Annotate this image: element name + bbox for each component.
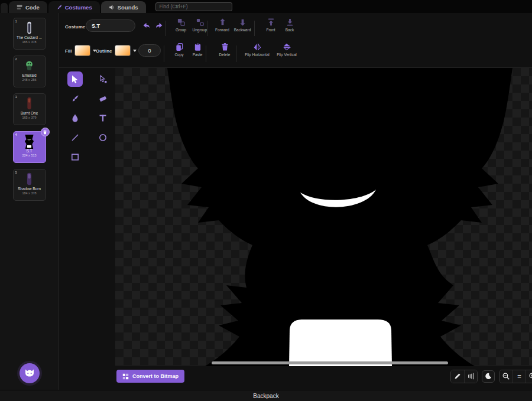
- line-icon: [70, 133, 80, 142]
- costume-list: 1 The Custard ... 165 x 378 2 Emerald 24…: [0, 13, 59, 201]
- costume-name: S.T: [26, 149, 32, 154]
- outline-label: Outline: [96, 48, 112, 54]
- convert-to-bitmap-button[interactable]: Convert to Bitmap: [116, 370, 184, 383]
- costume-list-panel: 1 The Custard ... 165 x 378 2 Emerald 24…: [0, 13, 59, 390]
- undo-button[interactable]: [140, 19, 153, 32]
- costume-item-1[interactable]: 1 The Custard ... 165 x 378: [13, 18, 46, 50]
- costume-item-2[interactable]: 2 Emerald 248 x 256: [13, 56, 46, 87]
- tab-costumes-label: Costumes: [65, 4, 92, 11]
- costume-artwork: [115, 68, 532, 366]
- costume-size: 224 x 515: [22, 154, 36, 158]
- costume-size: 248 x 256: [22, 78, 36, 82]
- ungroup-icon: [196, 18, 205, 27]
- delete-label: Delete: [219, 53, 231, 57]
- delete-costume-badge[interactable]: [41, 128, 50, 136]
- paint-editor-app: Code Costumes Sounds 1: [0, 0, 532, 401]
- flip-vertical-button[interactable]: Flip Vertical: [270, 43, 304, 57]
- costume-thumbnail: [22, 21, 37, 35]
- tool-select[interactable]: [67, 71, 83, 87]
- find-input[interactable]: [155, 2, 232, 11]
- outline-caret-icon[interactable]: [133, 50, 137, 52]
- tab-code-label: Code: [25, 4, 40, 11]
- copy-icon: [175, 43, 184, 51]
- layer-forward-icon: [218, 18, 227, 27]
- line-width-button[interactable]: [464, 370, 477, 383]
- eraser-icon: [98, 94, 108, 103]
- flip-horizontal-icon: [253, 43, 262, 51]
- convert-to-bitmap-label: Convert to Bitmap: [132, 373, 179, 379]
- costume-number: 3: [15, 95, 17, 99]
- forward-label: Forward: [215, 28, 229, 32]
- costume-name-label: Costume: [65, 24, 85, 30]
- tool-eraser[interactable]: [95, 91, 111, 106]
- undo-icon: [142, 21, 151, 30]
- tool-brush[interactable]: [67, 91, 83, 106]
- costume-name: Emerald: [22, 73, 36, 78]
- backpack-bar[interactable]: Backpack: [0, 390, 532, 401]
- paint-mode-group: [450, 370, 478, 383]
- backpack-label: Backpack: [253, 393, 278, 399]
- costume-thumbnail: [22, 58, 37, 73]
- paste-button[interactable]: Paste: [184, 43, 210, 57]
- bottom-white-shape: [289, 320, 392, 366]
- add-costume-button[interactable]: [20, 363, 40, 383]
- tool-fill[interactable]: [67, 110, 83, 126]
- costume-thumbnail: [22, 134, 37, 149]
- costume-name-input[interactable]: [86, 19, 135, 32]
- paste-icon: [193, 43, 202, 51]
- costume-size: 165 x 378: [22, 40, 36, 44]
- trash-icon: [220, 43, 229, 51]
- costume-number: 1: [15, 19, 17, 23]
- flip-vertical-label: Flip Vertical: [277, 53, 297, 57]
- costume-item-4-selected[interactable]: 4 S.T 224 x 515: [13, 131, 46, 163]
- menu-bar: Code Costumes Sounds: [0, 0, 532, 13]
- layer-back-icon: [286, 18, 294, 27]
- canvas-footer: Convert to Bitmap: [115, 366, 532, 390]
- back-button[interactable]: Back: [277, 18, 303, 32]
- backward-button[interactable]: Backward: [229, 18, 255, 32]
- menu-tab-stub: [1, 3, 8, 13]
- zoom-out-button[interactable]: [499, 370, 512, 383]
- flip-vertical-icon: [283, 43, 291, 51]
- toolbar-divider: [236, 45, 236, 62]
- outline-color-swatch[interactable]: [115, 45, 131, 56]
- zoom-in-button[interactable]: [525, 370, 532, 383]
- zoom-out-icon: [502, 372, 510, 380]
- costume-size: 184 x 378: [22, 191, 36, 195]
- tool-circle[interactable]: [95, 130, 111, 145]
- toolbar-divider: [164, 45, 164, 62]
- tool-text[interactable]: [95, 110, 111, 126]
- brush-icon: [70, 94, 80, 103]
- ungroup-label: Ungroup: [193, 28, 207, 32]
- pen-mode-button[interactable]: [451, 370, 464, 383]
- paint-canvas[interactable]: [115, 68, 532, 366]
- toolbar-divider: [166, 21, 166, 36]
- tab-sounds[interactable]: Sounds: [101, 1, 146, 13]
- zoom-reset-label: =: [517, 373, 521, 380]
- reshape-pointer-icon: [98, 74, 108, 84]
- costume-number: 5: [15, 171, 17, 174]
- fill-color-swatch[interactable]: [74, 45, 90, 56]
- flip-horizontal-label: Flip Horizontal: [245, 53, 270, 57]
- code-blocks-icon: [17, 4, 23, 11]
- delete-button[interactable]: Delete: [212, 43, 238, 57]
- tab-code[interactable]: Code: [9, 1, 47, 13]
- canvas-horizontal-scrollbar[interactable]: [212, 361, 448, 364]
- select-pointer-icon: [70, 74, 80, 84]
- tab-costumes[interactable]: Costumes: [48, 1, 100, 13]
- outline-width-input[interactable]: [138, 44, 161, 57]
- zoom-reset-button[interactable]: =: [512, 370, 525, 383]
- costume-item-3[interactable]: 3 Burnt One 165 x 379: [13, 93, 46, 125]
- tool-line[interactable]: [67, 130, 83, 145]
- costume-name: Burnt One: [21, 111, 38, 116]
- tool-reshape[interactable]: [95, 71, 111, 87]
- theme-toggle-button[interactable]: [482, 370, 495, 383]
- costume-item-5[interactable]: 5 Shadow Born 184 x 378: [13, 169, 46, 201]
- zoom-in-icon: [528, 372, 532, 380]
- front-label: Front: [266, 28, 275, 32]
- toolbar-divider: [207, 21, 207, 36]
- tool-rectangle[interactable]: [67, 149, 83, 165]
- costumes-brush-icon: [56, 4, 63, 11]
- bitmap-grid-icon: [122, 373, 129, 380]
- redo-button[interactable]: [153, 19, 166, 32]
